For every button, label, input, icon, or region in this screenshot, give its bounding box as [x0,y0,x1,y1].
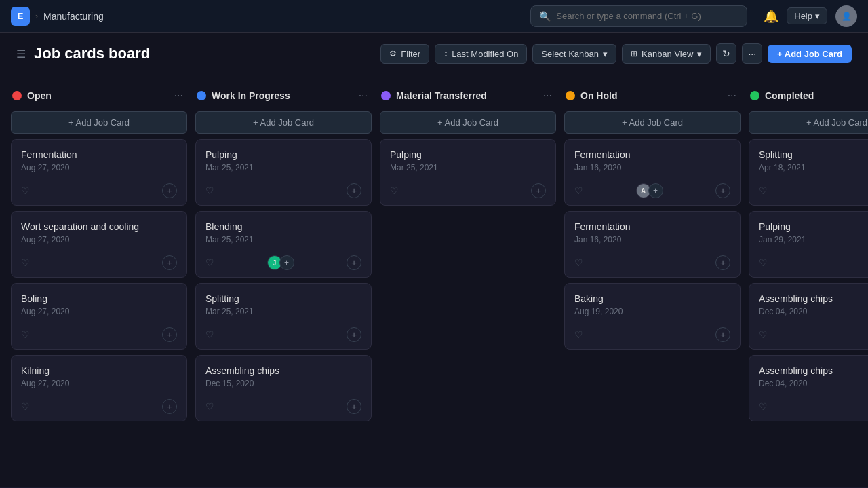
like-icon[interactable]: ♡ [205,401,214,412]
table-row[interactable]: Wort separation and cooling Aug 27, 2020… [11,211,187,278]
card-add-button[interactable]: + [715,183,730,198]
like-icon[interactable]: ♡ [205,185,214,196]
add-card-button-open[interactable]: + Add Job Card [11,111,187,134]
kanban-view-button[interactable]: ⊞ Kanban View ▾ [622,44,711,64]
card-title: Assembling chips [759,293,868,304]
sort-button[interactable]: ↕ Last Modified On [435,44,527,64]
column-wip: Work In Progress ··· + Add Job Card Pulp… [195,86,372,476]
sort-icon: ↕ [443,49,448,58]
column-dot-on-hold [566,91,575,100]
card-title: Fermentation [574,221,730,232]
table-row[interactable]: Assembling chips Dec 15, 2020 ♡ + [195,355,372,421]
table-row[interactable]: Fermentation Jan 16, 2020 ♡ A + + [564,139,741,206]
table-row[interactable]: Pulping Mar 25, 2021 ♡ + [195,139,372,206]
like-icon[interactable]: ♡ [21,185,30,196]
add-assignee-button[interactable]: + [648,183,663,198]
card-date: Mar 25, 2021 [390,163,546,172]
table-row[interactable]: Boling Aug 27, 2020 ♡ + [11,283,187,350]
card-actions-left: ♡ [21,257,30,268]
help-button[interactable]: Help ▾ [787,7,827,24]
add-job-card-button[interactable]: + Add Job Card [768,45,852,63]
like-icon[interactable]: ♡ [390,185,399,196]
like-icon[interactable]: ♡ [759,329,768,340]
search-icon: 🔍 [539,11,551,22]
card-date: Mar 25, 2021 [205,163,361,172]
add-card-button-completed[interactable]: + Add Job Card [749,111,868,134]
card-actions-left: ♡ [205,401,214,412]
column-title-on-hold: On Hold [580,90,719,101]
card-footer: ♡ + [21,399,177,414]
column-more-wip[interactable]: ··· [356,88,370,103]
card-date: Apr 18, 2021 [759,163,868,172]
refresh-button[interactable]: ↻ [716,43,736,64]
card-add-button[interactable]: + [531,183,546,198]
card-title: Assembling chips [205,365,361,376]
like-icon[interactable]: ♡ [759,401,768,412]
chevron-down-icon: ▾ [697,49,702,59]
search-box[interactable]: 🔍 [530,5,747,27]
card-add-button[interactable]: + [715,327,730,342]
table-row[interactable]: Assembling chips Dec 04, 2020 ♡ + [749,355,868,421]
like-icon[interactable]: ♡ [21,401,30,412]
card-actions-left: ♡ [759,185,768,196]
column-more-open[interactable]: ··· [172,88,186,103]
card-date: Dec 04, 2020 [759,379,868,388]
table-row[interactable]: Pulping Mar 25, 2021 ♡ + [380,139,556,206]
card-add-button[interactable]: + [162,255,177,270]
filter-button[interactable]: ⚙ Filter [380,44,429,64]
bell-icon[interactable]: 🔔 [764,9,778,24]
like-icon[interactable]: ♡ [759,257,768,268]
card-date: Jan 29, 2021 [759,235,868,244]
card-footer: ♡ + [390,183,546,198]
card-title: Pulping [390,149,546,160]
add-assignee-button[interactable]: + [279,255,294,270]
table-row[interactable]: Splitting Mar 25, 2021 ♡ + [195,283,372,350]
card-title: Baking [574,293,730,304]
card-add-button[interactable]: + [347,327,361,342]
header-actions: ⚙ Filter ↕ Last Modified On Select Kanba… [380,43,852,64]
like-icon[interactable]: ♡ [205,329,214,340]
card-add-button[interactable]: + [162,399,177,414]
table-row[interactable]: Pulping Jan 29, 2021 ♡ + [749,211,868,278]
search-input[interactable] [556,11,738,21]
select-kanban-button[interactable]: Select Kanban ▾ [532,44,616,64]
hamburger-icon[interactable]: ☰ [16,48,26,60]
card-add-button[interactable]: + [162,183,177,198]
kanban-board: Open ··· + Add Job Card Fermentation Aug… [0,75,868,487]
table-row[interactable]: Blending Mar 25, 2021 ♡ J + + [195,211,372,278]
table-row[interactable]: Assembling chips Dec 04, 2020 ♡ + [749,283,868,350]
like-icon[interactable]: ♡ [205,257,214,268]
like-icon[interactable]: ♡ [574,257,583,268]
card-title: Assembling chips [759,365,868,376]
card-date: Aug 27, 2020 [21,235,177,244]
card-date: Jan 16, 2020 [574,235,730,244]
card-footer: ♡ + [205,183,361,198]
like-icon[interactable]: ♡ [574,329,583,340]
column-material-transferred: Material Transferred ··· + Add Job Card … [380,86,556,476]
card-footer: ♡ + [574,327,730,342]
like-icon[interactable]: ♡ [21,329,30,340]
card-add-button[interactable]: + [715,255,730,270]
like-icon[interactable]: ♡ [759,185,768,196]
card-actions-left: ♡ [574,257,583,268]
like-icon[interactable]: ♡ [574,185,583,196]
more-button[interactable]: ··· [742,43,762,64]
column-header-wip: Work In Progress ··· [195,86,372,106]
add-card-button-wip[interactable]: + Add Job Card [195,111,372,134]
card-add-button[interactable]: + [162,327,177,342]
card-add-button[interactable]: + [347,399,361,414]
add-card-button-on-hold[interactable]: + Add Job Card [564,111,741,134]
table-row[interactable]: Kilning Aug 27, 2020 ♡ + [11,355,187,421]
avatar[interactable]: 👤 [835,5,857,27]
column-more-material-transferred[interactable]: ··· [540,88,555,103]
add-card-button-material-transferred[interactable]: + Add Job Card [380,111,556,134]
table-row[interactable]: Fermentation Jan 16, 2020 ♡ + [564,211,741,278]
table-row[interactable]: Baking Aug 19, 2020 ♡ + [564,283,741,350]
like-icon[interactable]: ♡ [21,257,30,268]
card-add-button[interactable]: + [347,255,361,270]
table-row[interactable]: Fermentation Aug 27, 2020 ♡ + [11,139,187,206]
card-footer: ♡ + [759,255,868,270]
column-more-on-hold[interactable]: ··· [725,88,739,103]
table-row[interactable]: Splitting Apr 18, 2021 ♡ + [749,139,868,206]
card-add-button[interactable]: + [347,183,361,198]
